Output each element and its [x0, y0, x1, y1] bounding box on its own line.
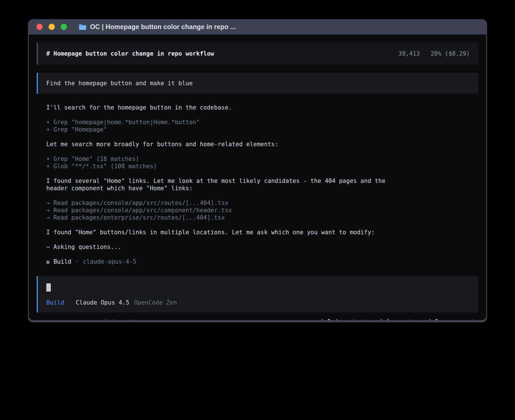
tool-call-read: → Read packages/enterprise/src/routes/[.… [46, 214, 478, 221]
close-button[interactable] [36, 24, 43, 30]
tool-call-read: → Read packages/console/app/src/componen… [46, 207, 478, 214]
variants-label: variants [342, 318, 370, 320]
assistant-text: I found several "Home" links. Let me loo… [46, 177, 398, 192]
tool-call-grep: ∗ Grep "Homepage" [46, 126, 478, 133]
terminal-window: OC | Homepage button color change in rep… [28, 19, 487, 322]
traffic-lights [36, 24, 67, 30]
agent-icon: ▣ [46, 258, 49, 265]
esc-key: esc [90, 318, 101, 320]
context-usage: 20% ($0.29) [431, 50, 470, 57]
asking-questions-status: ~ Asking questions... [46, 243, 478, 251]
assistant-text: I found "Home" buttons/links in multiple… [46, 229, 478, 236]
status-bar: esc interrupt ctrl+t variants tab agents… [37, 312, 478, 320]
agent-name: Build [53, 258, 71, 265]
agents-label: agents [394, 318, 415, 320]
assistant-text: Let me search more broadly for buttons a… [46, 141, 478, 148]
tool-call-read: → Read packages/console/app/src/routes/[… [46, 199, 478, 207]
ctrl-p-key: ctrl+p [425, 318, 446, 320]
assistant-text: I'll search for the homepage button in t… [46, 104, 478, 111]
hint-agents: tab agents [380, 318, 415, 320]
minimize-button[interactable] [49, 24, 55, 30]
token-count: 39,413 [398, 50, 420, 57]
titlebar: OC | Homepage button color change in rep… [28, 19, 487, 34]
session-header: # Homepage button color change in repo w… [37, 43, 478, 65]
user-message: Find the homepage button and make it blu… [37, 73, 478, 94]
tool-call-grep: ∗ Grep "Home" (18 matches) [46, 155, 478, 163]
input-model: Claude Opus 4.5 [76, 299, 129, 306]
input-meta: Build Claude Opus 4.5 OpenCode Zen [46, 299, 470, 306]
agent-model: claude-opus-4-5 [83, 258, 136, 265]
prompt-input[interactable]: Build Claude Opus 4.5 OpenCode Zen [37, 276, 478, 312]
session-title: # Homepage button color change in repo w… [46, 50, 214, 57]
zoom-button[interactable] [61, 24, 67, 30]
ctrl-t-key: ctrl+t [317, 318, 339, 320]
folder-icon [79, 24, 86, 30]
tab-key: tab [380, 318, 390, 320]
terminal-content: # Homepage button color change in repo w… [29, 34, 486, 320]
hint-interrupt: esc interrupt [90, 318, 136, 320]
transcript: I'll search for the homepage button in t… [37, 94, 478, 265]
interrupt-label: interrupt [104, 318, 136, 320]
commands-label: commands [449, 318, 478, 320]
status-bar-right: ctrl+t variants tab agents ctrl+p comman… [317, 318, 478, 320]
hint-commands: ctrl+p commands [425, 318, 478, 320]
tool-call-grep: ∗ Grep "homepage|home.*button|Home.*butt… [46, 119, 478, 126]
input-provider: OpenCode Zen [134, 299, 177, 306]
hint-variants: ctrl+t variants [317, 318, 370, 320]
window-title: OC | Homepage button color change in rep… [90, 23, 236, 31]
session-stats: 39,413 20% ($0.29) [398, 50, 470, 57]
tool-call-glob: ∗ Glob "**/*.tsx" (100 matches) [46, 163, 478, 170]
user-message-text: Find the homepage button and make it blu… [46, 80, 193, 87]
agent-separator: · [75, 258, 79, 265]
title-group: OC | Homepage button color change in rep… [79, 23, 236, 31]
status-bar-left: esc interrupt [37, 318, 136, 320]
text-cursor [46, 283, 51, 292]
input-agent-mode: Build [46, 299, 64, 306]
agent-status: ▣ Build · claude-opus-4-5 [46, 258, 478, 265]
